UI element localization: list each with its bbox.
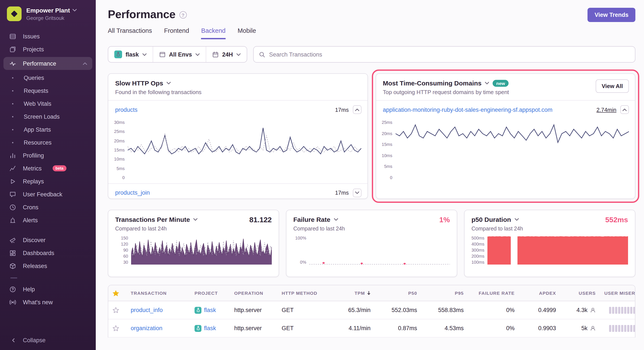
p50-duration-metric-card: p50 Duration 552ms Compared to last 24h …	[464, 210, 635, 277]
view-trends-button[interactable]: View Trends	[588, 8, 635, 22]
col-header-tpm[interactable]: TPM	[328, 285, 375, 301]
duration-value: 17ms	[335, 106, 349, 113]
cell-project: flask	[190, 319, 230, 337]
sidebar-item-projects[interactable]: Projects	[0, 43, 96, 56]
key-transactions-header[interactable]	[108, 285, 126, 301]
org-name: Empower Plant	[26, 7, 70, 14]
widget-title-dropdown[interactable]: Slow HTTP Ops	[115, 79, 361, 87]
sidebar-item-resources[interactable]: Resources	[0, 136, 96, 149]
projects-icon	[10, 46, 16, 53]
col-header-user-misery[interactable]: User Misery	[600, 285, 635, 301]
user-misery-bars	[609, 307, 635, 313]
sidebar-item-releases[interactable]: Releases	[0, 259, 96, 272]
view-all-button[interactable]: View All	[596, 79, 629, 93]
project-link[interactable]: flask	[204, 325, 216, 331]
users-count: 5k	[581, 325, 588, 331]
sidebar-item-issues[interactable]: Issues	[0, 30, 96, 43]
col-header-p95[interactable]: P95	[422, 285, 468, 301]
flask-project-icon	[194, 325, 202, 332]
widget-title-dropdown[interactable]: Most Time-Consuming Domains new	[383, 79, 596, 87]
col-header-users[interactable]: Users	[560, 285, 600, 301]
col-header-http-method[interactable]: HTTP Method	[277, 285, 328, 301]
domain-link[interactable]: application-monitoring-ruby-dot-sales-en…	[383, 106, 552, 113]
collapse-row-button[interactable]	[353, 105, 361, 114]
sidebar-item-replays[interactable]: Replays	[0, 175, 96, 188]
calendar-icon	[212, 51, 219, 58]
chevron-down-icon	[196, 53, 200, 56]
project-link[interactable]: flask	[204, 307, 216, 313]
search-input[interactable]	[269, 51, 630, 58]
chevron-down-icon	[514, 218, 519, 221]
expand-row-button[interactable]	[353, 188, 361, 197]
bullet-icon	[12, 142, 13, 143]
chevron-down-icon	[72, 9, 77, 12]
sidebar-item-profiling[interactable]: Profiling	[0, 149, 96, 162]
dashboards-icon	[10, 250, 16, 256]
duration-value[interactable]: 2.74min	[596, 106, 616, 113]
chevron-down-icon	[142, 53, 147, 56]
help-question-icon[interactable]: ?	[180, 11, 187, 19]
metric-title-dropdown[interactable]: Failure Rate	[293, 216, 338, 223]
bullet-icon	[12, 90, 13, 91]
transaction-link[interactable]: organization	[131, 325, 162, 331]
sidebar-item-label: Help	[23, 286, 35, 292]
sidebar-item-alerts[interactable]: Alerts	[0, 214, 96, 227]
sidebar-item-whats-new[interactable]: What's new	[0, 296, 96, 308]
sidebar-collapse-button[interactable]: Collapse	[0, 330, 96, 350]
metric-value: 81.122	[249, 216, 272, 224]
project-filter-value: flask	[126, 51, 139, 58]
sidebar-subitem-label: App Starts	[24, 126, 51, 133]
cell-p95: 4.53ms	[422, 319, 468, 337]
col-header-apdex[interactable]: Apdex	[519, 285, 560, 301]
transaction-link[interactable]: product_info	[131, 307, 163, 313]
time-range-dropdown[interactable]: 24H	[206, 47, 247, 62]
sidebar-item-label: Replays	[23, 178, 44, 184]
sidebar-item-app-starts[interactable]: App Starts	[0, 123, 96, 136]
sidebar-item-label: Crons	[23, 204, 38, 210]
tab-all-transactions[interactable]: All Transactions	[108, 27, 152, 39]
sidebar-item-dashboards[interactable]: Dashboards	[0, 246, 96, 259]
bullet-icon	[12, 129, 13, 130]
org-switcher[interactable]: Empower Plant George Gritsouk	[0, 0, 96, 27]
sidebar-item-queries[interactable]: Queries	[0, 71, 96, 84]
col-header-failure-rate[interactable]: Failure Rate	[468, 285, 519, 301]
cell-operation: http.server	[230, 301, 277, 319]
cell-user-misery	[600, 301, 635, 319]
collapse-row-button[interactable]	[620, 105, 629, 114]
sidebar-item-discover[interactable]: Discover	[0, 233, 96, 246]
sidebar-item-web-vitals[interactable]: Web Vitals	[0, 97, 96, 110]
domain-accordion-row: application-monitoring-ruby-dot-sales-en…	[376, 101, 635, 119]
star-toggle[interactable]	[108, 301, 126, 319]
sidebar-item-help[interactable]: Help	[0, 283, 96, 296]
metric-title-dropdown[interactable]: p50 Duration	[472, 216, 519, 223]
sidebar-subitem-label: Queries	[24, 75, 44, 81]
tab-mobile[interactable]: Mobile	[238, 27, 256, 39]
col-header-p50[interactable]: P50	[375, 285, 422, 301]
tab-backend[interactable]: Backend	[201, 27, 226, 39]
sidebar-item-crons[interactable]: Crons	[0, 201, 96, 214]
sidebar-item-screen-loads[interactable]: Screen Loads	[0, 110, 96, 123]
widget-title: Slow HTTP Ops	[115, 79, 163, 87]
chevron-down-icon	[334, 218, 338, 221]
metric-title: p50 Duration	[472, 216, 511, 223]
col-header-project[interactable]: Project	[190, 285, 230, 301]
transaction-link-products-join[interactable]: products_join	[115, 189, 150, 196]
sidebar-item-performance[interactable]: Performance	[4, 57, 92, 70]
star-toggle[interactable]	[108, 319, 126, 337]
sidebar-item-requests[interactable]: Requests	[0, 84, 96, 97]
cell-users: 4.3k	[560, 301, 600, 319]
metric-title-dropdown[interactable]: Transactions Per Minute	[115, 216, 198, 223]
sidebar-item-user-feedback[interactable]: User Feedback	[0, 188, 96, 201]
col-header-transaction[interactable]: Transaction	[126, 285, 190, 301]
environment-filter-dropdown[interactable]: All Envs	[153, 47, 206, 62]
sidebar-item-metrics[interactable]: Metrics beta	[0, 162, 96, 175]
transaction-link-products[interactable]: products	[115, 106, 138, 113]
project-filter-dropdown[interactable]: flask	[108, 47, 153, 62]
user-icon	[590, 307, 596, 313]
tab-frontend[interactable]: Frontend	[164, 27, 189, 39]
performance-icon	[10, 60, 16, 67]
metric-value: 1%	[439, 216, 450, 224]
chevron-down-icon	[485, 82, 489, 85]
search-transactions-field[interactable]	[253, 46, 635, 63]
col-header-operation[interactable]: Operation	[230, 285, 277, 301]
